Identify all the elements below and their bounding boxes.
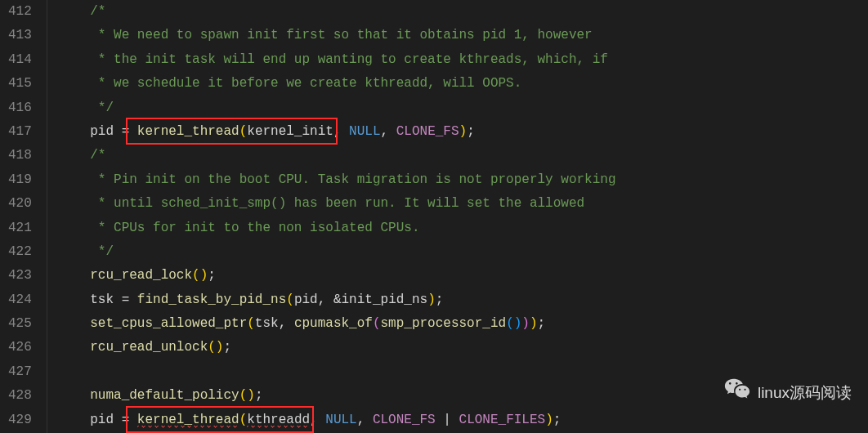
code-token bbox=[59, 340, 90, 355]
line-number: 418 bbox=[8, 144, 32, 167]
code-token: = bbox=[114, 292, 137, 307]
code-token: ) bbox=[200, 268, 208, 283]
code-token: ) bbox=[427, 292, 436, 307]
code-line[interactable]: pid = kernel_thread(kthreadd, NULL, CLON… bbox=[59, 408, 868, 432]
line-number: 429 bbox=[8, 408, 32, 432]
code-token: , bbox=[357, 413, 373, 427]
line-number: 417 bbox=[8, 120, 32, 144]
code-token: , bbox=[279, 316, 294, 331]
code-line[interactable]: set_cpus_allowed_ptr(tsk, cpumask_of(smp… bbox=[59, 312, 868, 336]
code-line[interactable] bbox=[59, 360, 868, 384]
code-token: */ bbox=[59, 244, 114, 259]
code-token: , bbox=[310, 413, 325, 427]
code-token: ; bbox=[223, 340, 231, 355]
code-token: CLONE_FILES bbox=[459, 413, 546, 427]
line-number: 427 bbox=[8, 360, 32, 384]
code-token: | bbox=[436, 413, 459, 427]
line-number: 421 bbox=[8, 216, 32, 240]
code-token: * we schedule it before we create kthrea… bbox=[59, 76, 522, 91]
code-token bbox=[59, 268, 90, 283]
line-number: 413 bbox=[8, 24, 32, 47]
code-token: , & bbox=[318, 292, 342, 307]
code-line[interactable]: * We need to spawn init first so that it… bbox=[59, 24, 868, 47]
code-line[interactable]: numa_default_policy(); bbox=[59, 384, 868, 408]
code-line[interactable]: * the init task will end up wanting to c… bbox=[59, 48, 868, 72]
code-line[interactable]: pid = kernel_thread(kernel_init, NULL, C… bbox=[59, 120, 868, 144]
code-token: ( bbox=[192, 268, 200, 283]
code-token: * We need to spawn init first so that it… bbox=[59, 28, 593, 42]
code-token: ) bbox=[459, 124, 468, 139]
code-token bbox=[59, 388, 90, 403]
code-token: * Pin init on the boot CPU. Task migrati… bbox=[59, 172, 616, 187]
code-token: numa_default_policy bbox=[90, 388, 239, 403]
code-token: tsk bbox=[90, 292, 114, 307]
code-line[interactable]: */ bbox=[59, 240, 868, 264]
line-number: 422 bbox=[8, 240, 32, 264]
code-token bbox=[59, 364, 67, 379]
code-line[interactable]: * CPUs for init to the non isolated CPUs… bbox=[59, 216, 868, 240]
code-line[interactable]: tsk = find_task_by_pid_ns(pid, &init_pid… bbox=[59, 288, 868, 312]
code-line[interactable]: */ bbox=[59, 96, 868, 120]
code-token: ( bbox=[239, 388, 248, 403]
code-token: = bbox=[114, 124, 137, 139]
code-token: , bbox=[381, 124, 396, 139]
code-line[interactable]: * until sched_init_smp() has been run. I… bbox=[59, 192, 868, 216]
code-token: ; bbox=[208, 268, 216, 283]
line-number: 425 bbox=[8, 312, 32, 336]
code-token: * until sched_init_smp() has been run. I… bbox=[59, 196, 584, 211]
code-token: ; bbox=[436, 292, 444, 307]
line-number: 426 bbox=[8, 336, 32, 359]
code-token bbox=[59, 292, 90, 307]
code-token bbox=[59, 413, 90, 427]
line-number: 424 bbox=[8, 288, 32, 312]
code-token: /* bbox=[90, 148, 105, 163]
code-token: smp_processor_id bbox=[381, 316, 507, 331]
code-token: find_task_by_pid_ns bbox=[137, 292, 286, 307]
code-token: ( bbox=[208, 340, 216, 355]
code-line[interactable]: * Pin init on the boot CPU. Task migrati… bbox=[59, 168, 868, 192]
code-token: cpumask_of bbox=[294, 316, 373, 331]
code-area[interactable]: /* * We need to spawn init first so that… bbox=[47, 0, 868, 433]
code-token: * CPUs for init to the non isolated CPUs… bbox=[59, 221, 420, 235]
code-editor[interactable]: 4124134144154164174184194204214224234244… bbox=[0, 0, 868, 433]
code-token: ) bbox=[530, 316, 538, 331]
code-token bbox=[59, 148, 90, 163]
code-token: set_cpus_allowed_ptr bbox=[90, 316, 247, 331]
code-line[interactable]: /* bbox=[59, 0, 868, 24]
code-token: kernel_thread bbox=[137, 413, 239, 428]
code-token: ; bbox=[553, 413, 562, 427]
code-token: CLONE_FS bbox=[396, 124, 459, 139]
line-number: 419 bbox=[8, 168, 32, 192]
line-number: 420 bbox=[8, 192, 32, 216]
code-token: ( bbox=[239, 124, 248, 139]
code-token: ) bbox=[545, 413, 553, 427]
code-line[interactable]: /* bbox=[59, 144, 868, 167]
line-number: 416 bbox=[8, 96, 32, 120]
code-token: NULL bbox=[325, 413, 356, 427]
code-line[interactable]: * we schedule it before we create kthrea… bbox=[59, 72, 868, 96]
code-token: kernel_init bbox=[247, 124, 333, 139]
code-token: * the init task will end up wanting to c… bbox=[59, 52, 608, 67]
code-line[interactable]: rcu_read_lock(); bbox=[59, 264, 868, 288]
code-token: ) bbox=[521, 316, 530, 331]
code-line[interactable]: rcu_read_unlock(); bbox=[59, 336, 868, 359]
code-token: */ bbox=[59, 100, 114, 115]
code-token bbox=[59, 316, 90, 331]
code-token: ( bbox=[373, 316, 381, 331]
line-number: 414 bbox=[8, 48, 32, 72]
code-token: ) bbox=[514, 316, 522, 331]
code-token: rcu_read_unlock bbox=[90, 340, 208, 355]
code-token: tsk bbox=[255, 316, 279, 331]
code-token: ( bbox=[286, 292, 294, 307]
line-number-gutter: 4124134144154164174184194204214224234244… bbox=[0, 0, 47, 433]
code-token: pid bbox=[90, 124, 114, 139]
code-token: ; bbox=[255, 388, 263, 403]
code-token: rcu_read_lock bbox=[90, 268, 192, 283]
code-token: ( bbox=[239, 413, 248, 427]
code-token: pid bbox=[90, 413, 114, 427]
code-token: ; bbox=[538, 316, 546, 331]
code-token: ) bbox=[247, 388, 255, 403]
code-token: , bbox=[333, 124, 349, 139]
code-token: kernel_thread bbox=[137, 124, 239, 139]
line-number: 423 bbox=[8, 264, 32, 288]
